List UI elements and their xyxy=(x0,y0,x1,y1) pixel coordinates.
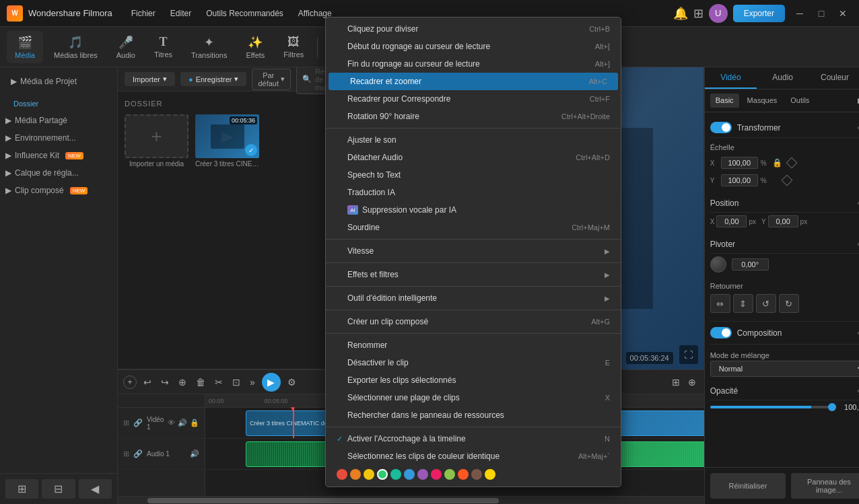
toolbar-effets[interactable]: ✨ Effets xyxy=(238,31,273,63)
ctx-selectionner-plage[interactable]: Sélectionner une plage de clips X xyxy=(326,389,621,406)
ctx-exporter-clips[interactable]: Exporter les clips sélectionnés xyxy=(326,371,621,389)
import-button[interactable]: Importer ▾ xyxy=(125,72,175,86)
pos-x-input[interactable] xyxy=(716,215,747,227)
ctx-debut-rognage[interactable]: Début du rognage au curseur de lecture A… xyxy=(326,38,621,55)
ctx-rotation[interactable]: Rotation 90° horaire Ctrl+Alt+Droite xyxy=(326,108,621,125)
settings-button[interactable]: ⚙ xyxy=(285,374,299,390)
flip-h-button[interactable]: ⇔ xyxy=(710,294,730,313)
color-dot-2[interactable] xyxy=(364,469,374,480)
ctx-recadrer-correspondre[interactable]: Recadrer pour Correspondre Ctrl+F xyxy=(326,90,621,108)
list-item[interactable]: + Importer un média xyxy=(125,114,188,168)
minimize-button[interactable]: ─ xyxy=(790,5,809,22)
sidebar-header-media-projet[interactable]: ▶ Média de Projet xyxy=(5,73,112,90)
ctx-accrochage-timeline[interactable]: ✓ Activer l'Accrochage à la timeline N xyxy=(326,430,621,447)
track-lock-icon[interactable]: 🔒 xyxy=(190,419,199,427)
toolbar-media[interactable]: 🎬 Média xyxy=(7,31,43,63)
avatar[interactable]: U xyxy=(709,4,728,23)
ctx-renommer[interactable]: Renommer xyxy=(326,336,621,354)
flip-v-button[interactable]: ⇕ xyxy=(733,294,753,313)
sub-tab-basic[interactable]: Basic xyxy=(710,94,739,108)
ctx-effets-filtres[interactable]: Effets et filtres xyxy=(326,266,621,283)
sub-tab-outils[interactable]: Outils xyxy=(785,94,815,108)
lock-icon[interactable]: 🔒 xyxy=(769,158,785,168)
record-button[interactable]: ● Enregistrer ▾ xyxy=(180,72,246,86)
scrollbar-thumb[interactable] xyxy=(147,498,499,503)
playhead[interactable] xyxy=(293,408,294,438)
sub-tab-masques[interactable]: Masques xyxy=(742,94,783,108)
tab-video[interactable]: Vidéo xyxy=(705,67,757,89)
scale-x-keyframe[interactable] xyxy=(786,157,797,169)
timeline-scrollbar[interactable] xyxy=(118,496,704,504)
more-button[interactable]: » xyxy=(247,374,258,390)
color-dot-6[interactable] xyxy=(417,469,428,480)
ctx-speech-text[interactable]: Speech to Text xyxy=(326,166,621,184)
undo-button[interactable]: ↩ xyxy=(141,374,154,390)
reset-button[interactable]: Réinitialiser xyxy=(710,473,786,499)
scale-y-input[interactable] xyxy=(721,174,758,186)
ctx-detacher-audio[interactable]: Détacher Audio Ctrl+Alt+D xyxy=(326,149,621,166)
scale-y-keyframe[interactable] xyxy=(781,175,792,186)
sidebar-header-influence[interactable]: ▶ Influence Kit NEW xyxy=(0,147,117,164)
sidebar-action-1[interactable]: ⊞ xyxy=(5,479,38,499)
toolbar-audio[interactable]: 🎤 Audio xyxy=(108,31,143,63)
color-dot-0[interactable] xyxy=(337,469,347,480)
pivot-value-input[interactable] xyxy=(732,258,769,271)
sidebar-header-calque[interactable]: ▶ Calque de régla... xyxy=(0,164,117,182)
ctx-ajuster-son[interactable]: Ajuster le son xyxy=(326,131,621,149)
toolbar-filtres[interactable]: 🖼 Filtres xyxy=(275,31,312,63)
ctx-recadrer-zoomer[interactable]: Recadrer et zoomer Alt+C xyxy=(329,73,618,90)
ctx-fin-rognage[interactable]: Fin du rognage au curseur de lecture Alt… xyxy=(326,55,621,73)
toolbar-titres[interactable]: T Titres xyxy=(146,31,180,63)
grid-view-button[interactable]: ⊞ xyxy=(669,374,683,390)
rotate-right-button[interactable]: ↻ xyxy=(779,294,799,313)
ctx-traduction-ia[interactable]: Traduction IA xyxy=(326,184,621,201)
ctx-desactiver-clip[interactable]: Désactiver le clip E xyxy=(326,354,621,371)
ctx-selectionner-couleur[interactable]: Sélectionnez les clips de couleur identi… xyxy=(326,447,621,465)
color-dot-7[interactable] xyxy=(431,469,442,480)
opacity-slider[interactable] xyxy=(710,406,836,408)
audio-track-mute-icon[interactable]: 🔊 xyxy=(190,449,199,458)
sub-tab-more-icon[interactable]: ▶ xyxy=(854,94,859,108)
toolbar-transitions[interactable]: ✦ Transitions xyxy=(183,31,235,63)
grid-icon[interactable]: ⊞ xyxy=(693,6,703,21)
play-button[interactable]: ▶ xyxy=(262,373,281,392)
pos-y-input[interactable] xyxy=(768,215,798,227)
color-dot-9[interactable] xyxy=(458,469,469,480)
preview-fullscreen-button[interactable]: ⛶ xyxy=(679,345,698,364)
delete-button[interactable]: 🗑 xyxy=(193,374,208,390)
color-dot-5[interactable] xyxy=(404,469,415,480)
menu-editer[interactable]: Editer xyxy=(164,6,198,21)
toolbar-media-libres[interactable]: 🎵 Médias libres xyxy=(46,31,106,63)
color-dot-1[interactable] xyxy=(350,469,361,480)
notifications-icon[interactable]: 🔔 xyxy=(673,6,688,21)
mode-select[interactable]: Normal xyxy=(710,361,859,377)
history-button[interactable]: ⊕ xyxy=(176,374,189,390)
sidebar-action-2[interactable]: ⊟ xyxy=(42,479,75,499)
sidebar-header-environnement[interactable]: ▶ Environnement... xyxy=(0,129,117,147)
color-dot-10[interactable] xyxy=(471,469,482,480)
ctx-sourdine[interactable]: Sourdine Ctrl+Maj+M xyxy=(326,219,621,236)
zoom-button[interactable]: ⊕ xyxy=(685,374,699,390)
menu-fichier[interactable]: Fichier xyxy=(125,6,162,21)
redo-button[interactable]: ↪ xyxy=(158,374,172,390)
tab-couleur[interactable]: Couleur xyxy=(809,67,859,89)
ctx-cliquez-diviser[interactable]: Cliquez pour diviser Ctrl+B xyxy=(326,20,621,38)
close-button[interactable]: ✕ xyxy=(833,5,852,22)
scale-x-input[interactable] xyxy=(721,157,758,169)
composition-toggle[interactable] xyxy=(710,327,732,338)
track-mute-icon[interactable]: 🔊 xyxy=(178,419,187,427)
cut-button[interactable]: ✂ xyxy=(212,374,226,390)
panel-button[interactable]: Panneau des image... xyxy=(791,473,859,499)
pivot-wheel[interactable] xyxy=(710,256,726,273)
sort-button[interactable]: Par défaut ▾ xyxy=(252,69,291,90)
crop-button[interactable]: ⊡ xyxy=(230,374,243,390)
sidebar-header-clip[interactable]: ▶ Clip composé NEW xyxy=(0,182,117,199)
ctx-creer-clip[interactable]: Créer un clip composé Alt+G xyxy=(326,313,621,330)
rotate-left-button[interactable]: ↺ xyxy=(756,294,776,313)
track-eye-icon[interactable]: 👁 xyxy=(168,419,175,427)
color-dot-3[interactable] xyxy=(377,469,388,480)
add-track-button[interactable]: + xyxy=(123,375,137,389)
maximize-button[interactable]: □ xyxy=(812,5,831,22)
sidebar-header-media-partage[interactable]: ▶ Média Partagé xyxy=(0,112,117,129)
ctx-outil-edition[interactable]: Outil d'édition intelligente xyxy=(326,289,621,307)
